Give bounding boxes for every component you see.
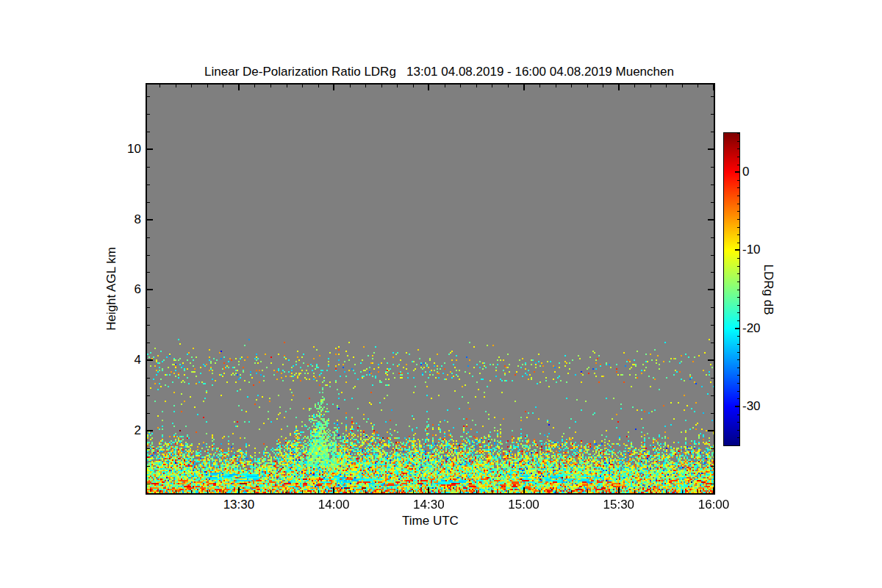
x-minor-tick — [159, 490, 160, 493]
colorbar-minor-tick — [737, 211, 739, 212]
x-minor-tick — [698, 85, 698, 87]
x-minor-tick — [476, 85, 477, 87]
x-minor-tick — [556, 490, 556, 493]
y-minor-tick — [147, 132, 150, 132]
x-minor-tick — [270, 85, 271, 87]
y-minor-tick — [711, 167, 714, 168]
y-major-tick — [147, 359, 153, 361]
x-major-tick — [523, 487, 525, 493]
y-major-tick — [147, 219, 153, 220]
x-minor-tick — [318, 85, 319, 87]
x-minor-tick — [698, 490, 698, 493]
colorbar-major-tick — [735, 328, 739, 329]
y-minor-tick — [711, 184, 714, 185]
x-minor-tick — [191, 85, 192, 87]
y-minor-tick — [147, 466, 150, 467]
y-minor-tick — [711, 237, 714, 238]
colorbar-minor-tick — [737, 359, 739, 360]
x-minor-tick — [445, 85, 445, 87]
x-minor-tick — [666, 490, 667, 493]
x-major-tick — [238, 85, 240, 90]
figure: Linear De-Polarization Ratio LDRg 13:01 … — [0, 0, 882, 588]
y-minor-tick — [711, 395, 714, 396]
x-major-tick — [428, 85, 429, 90]
x-minor-tick — [191, 490, 192, 493]
x-minor-tick — [176, 490, 176, 493]
x-minor-tick — [365, 85, 366, 87]
x-minor-tick — [365, 490, 366, 493]
y-minor-tick — [711, 255, 714, 256]
heatmap-canvas — [147, 85, 714, 493]
y-minor-tick — [711, 325, 714, 326]
x-tick-label: 15:30 — [597, 498, 641, 512]
y-minor-tick — [711, 132, 714, 132]
x-axis-title: Time UTC — [402, 514, 459, 528]
colorbar-minor-tick — [737, 344, 739, 345]
colorbar-minor-tick — [737, 219, 739, 220]
x-minor-tick — [413, 85, 414, 87]
x-minor-tick — [587, 490, 588, 493]
x-minor-tick — [302, 85, 303, 87]
x-minor-tick — [650, 85, 651, 87]
colorbar-minor-tick — [737, 227, 739, 228]
colorbar-major-tick — [735, 249, 739, 251]
y-major-tick — [708, 289, 714, 290]
colorbar-minor-tick — [737, 422, 739, 423]
x-minor-tick — [159, 85, 160, 87]
y-tick-label: 8 — [109, 213, 141, 226]
x-minor-tick — [207, 490, 208, 493]
y-minor-tick — [711, 484, 714, 484]
y-major-tick — [147, 289, 153, 290]
colorbar-title: LDRg dB — [761, 264, 775, 315]
y-minor-tick — [711, 448, 714, 449]
colorbar-minor-tick — [737, 415, 739, 415]
colorbar-tick-label: -30 — [742, 400, 779, 413]
colorbar-minor-tick — [737, 336, 739, 337]
colorbar-minor-tick — [737, 290, 739, 290]
x-minor-tick — [223, 85, 223, 87]
colorbar-minor-tick — [737, 430, 739, 431]
x-minor-tick — [492, 490, 492, 493]
x-minor-tick — [397, 85, 398, 87]
y-major-tick — [708, 148, 714, 150]
y-minor-tick — [147, 255, 150, 256]
x-minor-tick — [682, 490, 683, 493]
x-minor-tick — [571, 85, 572, 87]
colorbar-minor-tick — [737, 258, 739, 259]
x-minor-tick — [381, 85, 382, 87]
x-minor-tick — [539, 85, 540, 87]
x-minor-tick — [287, 85, 287, 87]
y-minor-tick — [711, 96, 714, 97]
colorbar-minor-tick — [737, 157, 739, 157]
y-minor-tick — [711, 307, 714, 308]
colorbar-minor-tick — [737, 243, 739, 243]
colorbar-tick-label: -20 — [742, 322, 779, 335]
y-minor-tick — [711, 343, 714, 343]
colorbar-minor-tick — [737, 312, 739, 313]
x-major-tick — [523, 85, 525, 90]
x-minor-tick — [666, 85, 667, 87]
x-minor-tick — [603, 85, 603, 87]
colorbar-minor-tick — [737, 297, 739, 298]
x-tick-label: 15:00 — [502, 498, 546, 512]
x-minor-tick — [270, 490, 271, 493]
x-major-tick — [333, 487, 334, 493]
x-minor-tick — [508, 490, 509, 493]
x-minor-tick — [445, 490, 445, 493]
colorbar-minor-tick — [737, 352, 739, 353]
x-major-tick — [713, 85, 714, 90]
colorbar-major-tick — [735, 171, 739, 173]
x-minor-tick — [556, 85, 556, 87]
y-major-tick — [708, 219, 714, 220]
colorbar-minor-tick — [737, 187, 739, 188]
y-minor-tick — [147, 184, 150, 185]
colorbar-minor-tick — [737, 266, 739, 267]
x-major-tick — [618, 487, 620, 493]
colorbar-minor-tick — [737, 383, 739, 384]
y-minor-tick — [147, 114, 150, 115]
x-tick-label: 14:30 — [406, 498, 451, 512]
y-minor-tick — [147, 378, 150, 379]
x-minor-tick — [350, 85, 351, 87]
x-minor-tick — [634, 490, 635, 493]
chart-title: Linear De-Polarization Ratio LDRg 13:01 … — [147, 65, 731, 79]
